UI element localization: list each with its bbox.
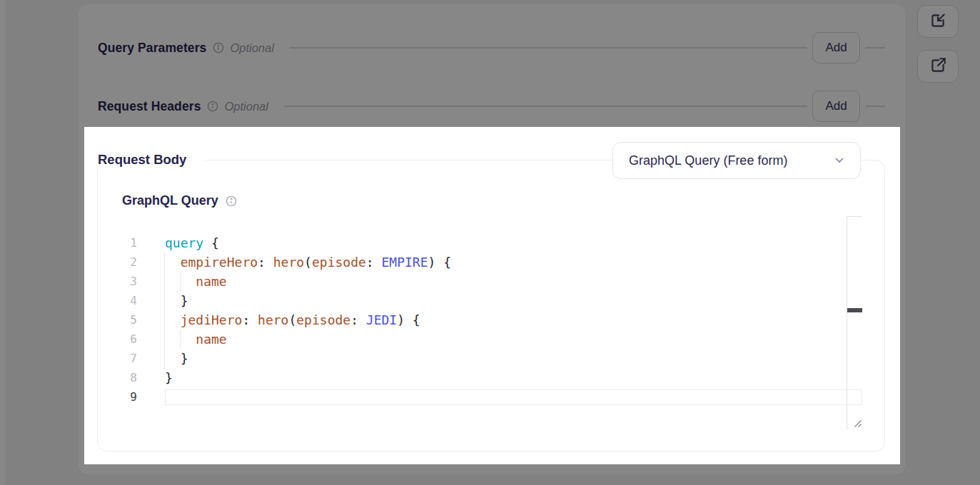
line-number: 6: [98, 330, 137, 349]
code-token: }: [165, 293, 188, 308]
code-line-content[interactable]: }: [165, 349, 188, 368]
code-token: (: [288, 312, 296, 327]
code-line[interactable]: 9: [98, 387, 845, 407]
line-number: 4: [98, 291, 137, 310]
code-line-content[interactable]: query {: [165, 233, 219, 252]
code-token: hero: [273, 255, 304, 270]
code-token: :: [258, 255, 273, 270]
code-token: }: [165, 351, 188, 366]
line-number: 1: [98, 233, 137, 252]
code-token: [165, 255, 181, 270]
code-token: hero: [258, 312, 288, 327]
code-token: JEDI: [366, 312, 397, 327]
code-token: (: [304, 255, 312, 270]
indent-guide: [180, 272, 181, 291]
code-token: name: [196, 332, 226, 347]
graphql-query-label-row: GraphQL Query: [122, 193, 237, 208]
line-number: 5: [98, 310, 137, 330]
code-line[interactable]: 2 empireHero: hero(episode: EMPIRE) {: [98, 252, 845, 272]
line-number: 2: [98, 252, 137, 272]
line-number: 9: [98, 387, 137, 407]
code-token: ) {: [428, 255, 452, 270]
code-line-content[interactable]: name: [165, 330, 227, 349]
code-token: ) {: [397, 312, 420, 327]
code-token: [165, 312, 181, 327]
chevron-down-icon: [833, 154, 846, 167]
indent-guide: [180, 330, 181, 349]
code-token: episode: [312, 255, 366, 270]
body-type-select[interactable]: GraphQL Query (Free form): [612, 142, 861, 179]
code-line-content[interactable]: name: [165, 272, 227, 291]
code-line[interactable]: 6 name: [98, 330, 845, 349]
code-line-content[interactable]: empireHero: hero(episode: EMPIRE) {: [165, 252, 451, 272]
line-number: 3: [98, 272, 137, 291]
code-token: jediHero: [181, 312, 243, 327]
code-token: query: [165, 235, 203, 250]
resize-handle-icon[interactable]: [853, 418, 862, 431]
editor-scrollbar[interactable]: [847, 216, 862, 429]
request-body-spotlight: GraphQL Query 1query {2 empireHero: hero…: [84, 127, 900, 464]
page-background: Query Parameters Optional Add Request He…: [0, 0, 980, 485]
indent-guide: [164, 252, 165, 368]
line-number: 7: [98, 349, 137, 368]
code-token: {: [203, 235, 219, 250]
code-line[interactable]: 8}: [98, 368, 845, 387]
scrollbar-thumb[interactable]: [847, 308, 862, 312]
code-line[interactable]: 4 }: [98, 291, 845, 310]
code-line[interactable]: 7 }: [98, 349, 845, 368]
line-number: 8: [98, 368, 137, 387]
code-line[interactable]: 1query {: [98, 233, 845, 252]
code-line-content[interactable]: }: [165, 291, 188, 310]
code-token: :: [242, 312, 258, 327]
code-token: empireHero: [181, 255, 258, 270]
code-token: episode: [296, 312, 350, 327]
code-token: :: [350, 312, 366, 327]
code-token: EMPIRE: [382, 255, 428, 270]
graphql-query-label: GraphQL Query: [122, 193, 218, 208]
info-icon: [226, 195, 237, 207]
code-token: }: [165, 370, 173, 385]
request-body-title: Request Body: [98, 146, 205, 174]
code-line[interactable]: 5 jediHero: hero(episode: JEDI) {: [98, 310, 845, 330]
code-token: :: [366, 255, 382, 270]
graphql-query-panel: GraphQL Query 1query {2 empireHero: hero…: [97, 160, 885, 451]
code-token: name: [196, 274, 226, 289]
code-line-content[interactable]: jediHero: hero(episode: JEDI) {: [165, 310, 420, 330]
active-code-line[interactable]: [165, 389, 862, 405]
code-line-content[interactable]: }: [165, 368, 173, 387]
code-line[interactable]: 3 name: [98, 272, 845, 291]
body-type-selected-value: GraphQL Query (Free form): [629, 153, 833, 168]
graphql-code-editor[interactable]: 1query {2 empireHero: hero(episode: EMPI…: [98, 216, 845, 407]
